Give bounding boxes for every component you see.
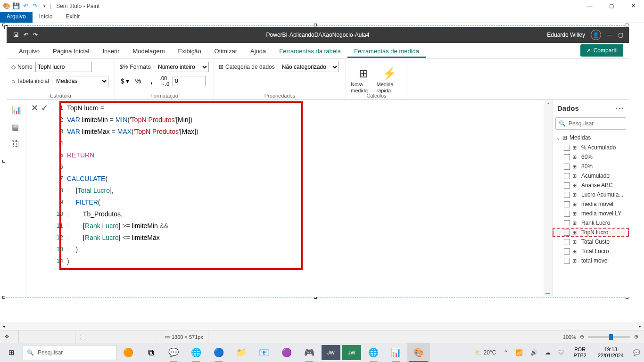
dados-search[interactable]: 🔍 [555,117,626,130]
dados-search-input[interactable] [569,120,639,127]
measure-item[interactable]: ⊞Acumulado [553,171,629,181]
zoom-slider[interactable] [588,336,630,338]
app-mail[interactable]: 📧 [253,343,275,362]
measure-item[interactable]: ⊞Total Custo [553,237,629,247]
measure-item[interactable]: ⊞Rank Lucro [553,218,629,228]
tree-table-node[interactable]: ⌄ ⊞ Medidas [553,132,629,143]
model-view-icon[interactable]: ⿻ [12,140,21,148]
checkbox[interactable] [564,230,570,236]
table-view-icon[interactable]: ▦ [12,123,21,131]
rt-ajuda[interactable]: Ajuda [244,44,272,58]
categoria-select[interactable]: Não categorizado [278,62,339,72]
report-view-icon[interactable]: 📊 [12,106,21,114]
app-paint[interactable]: 🎨 [407,343,430,362]
decimals-input[interactable] [173,76,206,86]
measure-item[interactable]: ⊞TopN lucro [553,228,629,237]
app-jw1[interactable]: JW [322,345,340,360]
volume-icon[interactable]: 🔊 [528,349,539,356]
checkbox[interactable] [564,258,570,264]
app-cortana[interactable]: 🟠 [117,343,140,362]
hscroll-right-icon[interactable]: ▸ [636,322,644,330]
thousands-button[interactable]: , [146,76,157,86]
tab-inicio[interactable]: Início [33,12,59,23]
start-button[interactable]: ⊞ [0,343,23,362]
app-copilot[interactable]: 🟣 [275,343,298,362]
paint-hscroll[interactable]: ◂ ▸ [0,322,644,330]
app-whatsapp[interactable]: 💬 [162,343,185,362]
measure-item[interactable]: ⊞80% [553,162,629,171]
save-icon[interactable]: 💾 [12,2,20,10]
redo-icon[interactable]: ↷ [31,2,39,10]
percent-button[interactable]: % [133,76,143,86]
rt-modelagem[interactable]: Modelagem [126,44,172,58]
rt-exibicao[interactable]: Exibição [171,44,207,58]
rt-pagina[interactable]: Página Inicial [46,44,96,58]
rt-ferramentas-medida[interactable]: Ferramentas de medida [347,44,426,58]
measure-item[interactable]: ⊞% Acumulado [553,143,629,152]
measure-item[interactable]: ⊞Total Lucro [553,247,629,256]
minimize-button[interactable]: — [579,0,601,12]
tab-exibir[interactable]: Exibir [59,12,86,23]
qat-dropdown-icon[interactable]: ▾ [41,2,48,10]
app-edge[interactable]: 🔵 [207,343,230,362]
checkbox[interactable] [564,154,570,160]
maximize-button[interactable]: ▢ [601,0,622,12]
pbi-redo-icon[interactable]: ↷ [33,32,38,38]
pbi-undo-icon[interactable]: ↶ [24,32,28,38]
checkbox[interactable] [564,220,570,226]
paint-canvas[interactable]: 🖫 ↶ ↷ PowerBI-AplicandoDAXaoNegocio-Aula… [0,23,644,325]
checkbox[interactable] [564,201,570,207]
scroll-down-icon[interactable]: — [544,288,552,297]
share-button[interactable]: ↗Compartil [580,44,623,57]
checkbox[interactable] [564,182,570,189]
app-explorer[interactable]: 📁 [230,343,253,362]
measure-item[interactable]: ⊞media movel [553,199,629,209]
checkbox[interactable] [564,211,570,217]
close-button[interactable]: ✕ [622,0,644,12]
taskbar-search[interactable]: 🔍 Pesquisar [23,345,117,360]
pbi-maximize-icon[interactable]: ▢ [618,32,623,38]
checkbox[interactable] [564,164,570,170]
measure-item[interactable]: ⊞media movel LY [553,209,629,218]
dax-code[interactable]: 1TopN lucro = 2VAR limiteMin = MIN('TopN… [53,100,544,297]
checkbox[interactable] [564,248,570,255]
rt-inserir[interactable]: Inserir [96,44,126,58]
undo-icon[interactable]: ↶ [22,2,29,10]
app-powerbi[interactable]: 📊 [385,343,407,362]
formato-select[interactable]: Número inteiro [154,62,209,72]
tabela-select[interactable]: Medidas [52,76,108,86]
network-icon[interactable]: 📶 [514,349,525,356]
editor-scrollbar[interactable]: ⌃ — [544,100,552,297]
rt-otimizar[interactable]: Otimizar [208,44,244,58]
zoom-out-button[interactable]: ⊖ [580,334,584,340]
dados-more-icon[interactable]: ··· [615,104,624,112]
accept-formula-icon[interactable]: ✓ [41,103,48,294]
app-taskview[interactable]: ⧉ [140,343,162,362]
measure-item[interactable]: ⊞60% [553,152,629,162]
rt-ferramentas-tabela[interactable]: Ferramentas da tabela [272,44,347,58]
security-icon[interactable]: 🛡 [556,349,566,356]
notifications-icon[interactable]: 💬 [631,349,642,356]
nome-input[interactable] [35,62,92,72]
app-jw2[interactable]: JW [342,345,361,360]
checkbox[interactable] [564,239,570,245]
measure-item[interactable]: ⊞total movel [553,256,629,265]
checkbox[interactable] [564,173,570,179]
cancel-formula-icon[interactable]: ✕ [31,103,38,294]
onedrive-icon[interactable]: ☁ [543,349,553,356]
scroll-up-icon[interactable]: ⌃ [544,100,552,108]
taskbar-lang[interactable]: PORPTB2 [570,346,590,359]
user-avatar-icon[interactable]: 👤 [591,30,601,40]
hscroll-left-icon[interactable]: ◂ [0,322,8,330]
taskbar-clock[interactable]: 19:1322/01/2024 [594,346,627,359]
app-discord[interactable]: 🎮 [298,343,321,362]
measure-item[interactable]: ⊞Lucro Acumula... [553,190,629,199]
tray-expand-icon[interactable]: ⌃ [502,349,510,356]
checkbox[interactable] [564,192,570,198]
rt-arquivo[interactable]: Arquivo [12,44,46,58]
currency-button[interactable]: $ ▾ [120,76,130,86]
pbi-minimize-icon[interactable]: — [607,32,612,38]
measure-item[interactable]: ⊞Analise ABC [553,181,629,190]
checkbox[interactable] [564,145,570,151]
pbi-save-icon[interactable]: 🖫 [13,32,19,38]
